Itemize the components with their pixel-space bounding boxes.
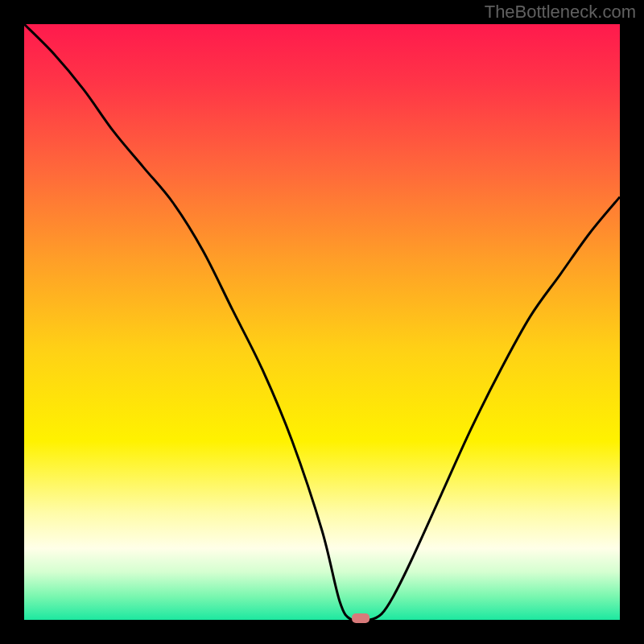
bottleneck-chart	[0, 0, 644, 644]
watermark-text: TheBottleneck.com	[485, 2, 636, 23]
optimal-marker	[352, 613, 369, 623]
chart-container: TheBottleneck.com	[0, 0, 644, 644]
